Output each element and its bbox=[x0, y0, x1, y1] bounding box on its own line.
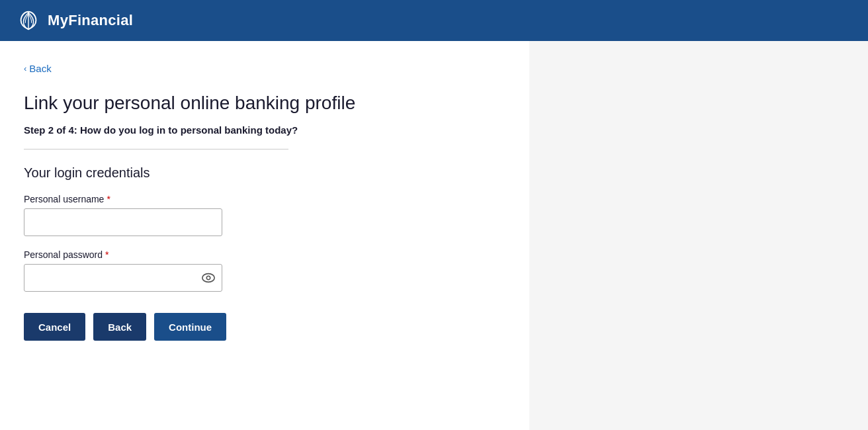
page-title: Link your personal online banking profil… bbox=[24, 93, 505, 114]
username-required-star: * bbox=[107, 194, 110, 204]
continue-button[interactable]: Continue bbox=[154, 313, 226, 341]
toggle-password-button[interactable] bbox=[201, 271, 216, 285]
cancel-button[interactable]: Cancel bbox=[24, 313, 85, 341]
back-link[interactable]: ‹ Back bbox=[24, 63, 52, 74]
app-header: MyFinancial bbox=[0, 0, 868, 41]
back-link-label: Back bbox=[29, 63, 51, 74]
chevron-left-icon: ‹ bbox=[24, 64, 26, 73]
logo-container: MyFinancial bbox=[16, 8, 133, 33]
step-indicator: Step 2 of 4: How do you log in to person… bbox=[24, 124, 505, 136]
logo-icon bbox=[16, 8, 41, 33]
section-divider bbox=[24, 149, 288, 150]
svg-point-0 bbox=[202, 274, 214, 282]
app-title: MyFinancial bbox=[48, 12, 133, 29]
password-input[interactable] bbox=[24, 264, 222, 292]
password-wrapper bbox=[24, 264, 222, 292]
username-field-group: Personal username * bbox=[24, 194, 505, 236]
svg-point-1 bbox=[206, 276, 210, 280]
password-label: Personal password * bbox=[24, 249, 505, 260]
main-content: ‹ Back Link your personal online banking… bbox=[0, 41, 529, 430]
username-input[interactable] bbox=[24, 208, 222, 236]
button-row: Cancel Back Continue bbox=[24, 313, 505, 341]
eye-icon bbox=[201, 271, 216, 285]
username-label: Personal username * bbox=[24, 194, 505, 204]
back-button[interactable]: Back bbox=[93, 313, 146, 341]
credentials-section-title: Your login credentials bbox=[24, 165, 505, 181]
password-field-group: Personal password * bbox=[24, 249, 505, 292]
password-required-star: * bbox=[105, 249, 108, 260]
